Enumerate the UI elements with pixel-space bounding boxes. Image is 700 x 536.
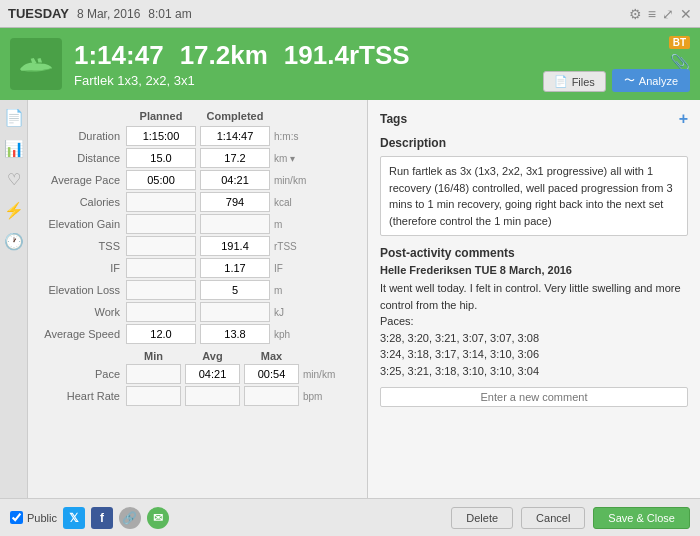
post-activity-title: Post-activity comments: [380, 246, 688, 260]
work-unit: kJ: [274, 307, 314, 318]
planned-header: Planned: [126, 110, 196, 122]
elevation-gain-row: Elevation Gain m: [36, 214, 359, 234]
sub-column-headers: Min Avg Max: [36, 350, 359, 362]
chart-icon[interactable]: 📊: [4, 139, 24, 158]
tss-completed-input[interactable]: [200, 236, 270, 256]
elev-loss-planned-input[interactable]: [126, 280, 196, 300]
files-button[interactable]: 📄 Files: [543, 71, 606, 92]
cancel-button[interactable]: Cancel: [521, 507, 585, 529]
work-planned-input[interactable]: [126, 302, 196, 322]
elevation-gain-label: Elevation Gain: [36, 218, 126, 230]
page-icon[interactable]: 📄: [4, 108, 24, 127]
close-icon[interactable]: ✕: [680, 6, 692, 22]
pace-max-input[interactable]: [244, 364, 299, 384]
link-share-button[interactable]: 🔗: [119, 507, 141, 529]
distance-completed-input[interactable]: [200, 148, 270, 168]
distance-unit: km ▾: [274, 153, 314, 164]
activity-duration: 1:14:47: [74, 40, 164, 71]
avg-speed-completed-input[interactable]: [200, 324, 270, 344]
average-pace-label: Average Pace: [36, 174, 126, 186]
tss-row: TSS rTSS: [36, 236, 359, 256]
settings-icon[interactable]: ⚙: [629, 6, 642, 22]
avg-pace-planned-input[interactable]: [126, 170, 196, 190]
facebook-share-button[interactable]: f: [91, 507, 113, 529]
pace-unit: min/km: [303, 369, 343, 380]
average-speed-row: Average Speed kph: [36, 324, 359, 344]
lightning-icon[interactable]: ⚡: [4, 201, 24, 220]
activity-header: 1:14:47 17.2km 191.4rTSS Fartlek 1x3, 2x…: [0, 28, 700, 100]
hr-max-input[interactable]: [244, 386, 299, 406]
heart-rate-row: Heart Rate bpm: [36, 386, 359, 406]
comment-author: Helle Frederiksen TUE 8 March, 2016: [380, 264, 688, 276]
elev-gain-completed-input[interactable]: [200, 214, 270, 234]
work-completed-input[interactable]: [200, 302, 270, 322]
calories-row: Calories kcal: [36, 192, 359, 212]
calories-planned-input[interactable]: [126, 192, 196, 212]
add-tag-button[interactable]: +: [679, 110, 688, 128]
tss-label: TSS: [36, 240, 126, 252]
avg-speed-planned-input[interactable]: [126, 324, 196, 344]
right-panel: Tags + Description Run fartlek as 3x (1x…: [368, 100, 700, 498]
heart-icon[interactable]: ♡: [7, 170, 21, 189]
description-title: Description: [380, 136, 446, 150]
twitter-share-button[interactable]: 𝕏: [63, 507, 85, 529]
heart-rate-label: Heart Rate: [36, 390, 126, 402]
metrics-panel: Planned Completed Duration h:m:s Distanc…: [28, 100, 368, 498]
public-checkbox-input[interactable]: [10, 511, 23, 524]
tags-title: Tags: [380, 112, 407, 126]
clock-icon[interactable]: 🕐: [4, 232, 24, 251]
public-checkbox-label[interactable]: Public: [10, 511, 57, 524]
pace-avg-input[interactable]: [185, 364, 240, 384]
distance-row: Distance km ▾: [36, 148, 359, 168]
distance-planned-input[interactable]: [126, 148, 196, 168]
elev-gain-planned-input[interactable]: [126, 214, 196, 234]
new-comment-input[interactable]: [380, 387, 688, 407]
duration-planned-input[interactable]: [126, 126, 196, 146]
menu-icon[interactable]: ≡: [648, 6, 656, 22]
email-share-button[interactable]: ✉: [147, 507, 169, 529]
header-actions: 📄 Files 〜 Analyze: [543, 67, 690, 92]
analyze-button[interactable]: 〜 Analyze: [612, 69, 690, 92]
description-box: Run fartlek as 3x (1x3, 2x2, 3x1 progres…: [380, 156, 688, 236]
elevation-loss-unit: m: [274, 285, 314, 296]
comment-text: It went well today. I felt in control. V…: [380, 280, 688, 379]
file-icon: 📄: [554, 75, 568, 88]
bottom-bar: Public 𝕏 f 🔗 ✉ Delete Cancel Save & Clos…: [0, 498, 700, 536]
main-content: 📄 📊 ♡ ⚡ 🕐 Planned Completed Duration h:m…: [0, 100, 700, 498]
if-unit: IF: [274, 263, 314, 274]
hr-unit: bpm: [303, 391, 343, 402]
if-completed-input[interactable]: [200, 258, 270, 278]
elevation-gain-unit: m: [274, 219, 314, 230]
activity-tss: 191.4rTSS: [284, 40, 410, 71]
duration-label: Duration: [36, 130, 126, 142]
distance-label: Distance: [36, 152, 126, 164]
hr-avg-input[interactable]: [185, 386, 240, 406]
avg-pace-completed-input[interactable]: [200, 170, 270, 190]
bt-badge: BT: [669, 36, 690, 49]
duration-completed-input[interactable]: [200, 126, 270, 146]
day-label: TUESDAY: [8, 6, 69, 21]
min-header: Min: [126, 350, 181, 362]
description-section-header: Description: [380, 136, 688, 150]
column-headers: Planned Completed: [36, 110, 359, 122]
duration-row: Duration h:m:s: [36, 126, 359, 146]
elev-loss-completed-input[interactable]: [200, 280, 270, 300]
save-close-button[interactable]: Save & Close: [593, 507, 690, 529]
left-sidebar: 📄 📊 ♡ ⚡ 🕐: [0, 100, 28, 498]
pace-min-input[interactable]: [126, 364, 181, 384]
if-row: IF IF: [36, 258, 359, 278]
pace-sub-row: Pace min/km: [36, 364, 359, 384]
bottom-left: Public 𝕏 f 🔗 ✉: [10, 507, 169, 529]
if-planned-input[interactable]: [126, 258, 196, 278]
tss-planned-input[interactable]: [126, 236, 196, 256]
work-label: Work: [36, 306, 126, 318]
average-speed-unit: kph: [274, 329, 314, 340]
calories-completed-input[interactable]: [200, 192, 270, 212]
elevation-loss-label: Elevation Loss: [36, 284, 126, 296]
hr-min-input[interactable]: [126, 386, 181, 406]
work-row: Work kJ: [36, 302, 359, 322]
calories-label: Calories: [36, 196, 126, 208]
delete-button[interactable]: Delete: [451, 507, 513, 529]
expand-icon[interactable]: ⤢: [662, 6, 674, 22]
avg-header: Avg: [185, 350, 240, 362]
